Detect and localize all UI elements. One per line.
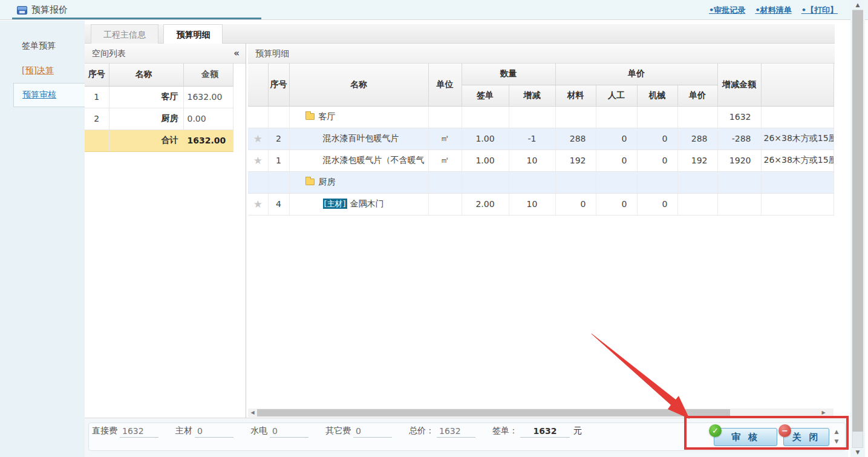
detail-group-row[interactable]: 厨房 <box>248 171 834 193</box>
space-total-empty <box>85 130 109 151</box>
group-name-text: 厨房 <box>319 177 336 186</box>
space-row-seq: 2 <box>85 108 109 130</box>
direct-fee-label: 直接费 <box>92 426 117 438</box>
horizontal-scrollbar-thumb[interactable] <box>257 409 730 416</box>
cell-item-name: 混水漆百叶包暖气片 <box>289 128 428 150</box>
cell-item-name: [主材]金隅木门 <box>289 193 428 215</box>
approval-record-link[interactable]: •审批记录 <box>709 5 745 16</box>
cell-item-name: 混水漆包暖气片（不含暖气 <box>289 150 428 171</box>
cell-unit-price: 192 <box>677 150 717 171</box>
signed-label: 签单： <box>492 426 518 438</box>
cell-material: 192 <box>555 150 596 171</box>
space-row[interactable]: 2 厨房 0.00 <box>85 108 233 130</box>
scroll-left-arrow[interactable]: ◀ <box>249 409 256 417</box>
cell-note: 26×38木方或15厘木 <box>761 128 834 150</box>
cell-material: 288 <box>555 128 596 150</box>
sidebar-item-signed-budget[interactable]: 签单预算 <box>22 33 85 58</box>
total-price-field[interactable]: 1632 <box>437 426 475 438</box>
col-material: 材料 <box>555 85 596 106</box>
check-circle-icon: ✓ <box>709 424 722 437</box>
detail-group-row[interactable]: 客厅 1632 <box>248 106 834 128</box>
col-unit-price: 单价 <box>677 85 717 106</box>
water-electric-field[interactable]: 0 <box>270 426 308 438</box>
scroll-up-arrow[interactable]: ▲ <box>850 1 865 9</box>
space-list-title: 空间列表 <box>92 48 126 58</box>
scroll-right-arrow[interactable]: ▶ <box>820 409 827 417</box>
title-underline <box>12 18 261 19</box>
col-qty-adj: 增减 <box>509 85 555 106</box>
cell-qty-sign: 2.00 <box>462 193 509 215</box>
star-icon[interactable]: ★ <box>253 133 263 145</box>
cell-labor: 0 <box>596 128 637 150</box>
collapse-icon[interactable]: « <box>233 44 240 64</box>
col-seq: 序号 <box>85 64 109 86</box>
report-icon <box>17 6 27 15</box>
cell-star <box>248 106 268 128</box>
group-name-text: 客厅 <box>319 111 336 121</box>
cell-star: ★ <box>248 128 268 150</box>
audit-button[interactable]: 审 核 <box>714 428 777 446</box>
space-list-header: 空间列表 « <box>85 44 246 64</box>
sidebar-item-budget-audit[interactable]: 预算审核 <box>13 83 85 107</box>
horizontal-scrollbar[interactable]: ◀ ▶ <box>248 409 834 417</box>
cell-seq: 2 <box>268 128 289 150</box>
scroll-down-arrow[interactable]: ▼ <box>850 448 865 456</box>
signed-field[interactable]: 1632 <box>520 426 570 438</box>
spinner-up-icon[interactable]: ▲ <box>832 427 841 436</box>
page-title: 预算报价 <box>17 4 68 16</box>
cell-group-name: 客厅 <box>289 106 428 128</box>
cell-machine: 0 <box>637 128 677 150</box>
space-row[interactable]: 1 客厅 1632.00 <box>85 86 233 108</box>
cell-machine: 0 <box>637 193 677 215</box>
cell-labor: 0 <box>596 193 637 215</box>
star-icon[interactable]: ★ <box>253 198 263 210</box>
star-icon[interactable]: ★ <box>253 154 263 166</box>
yuan-suffix: 元 <box>573 426 582 438</box>
spinner-down-icon[interactable]: ▼ <box>832 436 841 446</box>
minus-circle-icon: − <box>778 424 791 437</box>
budget-detail-table: 序号 名称 单位 数量 单价 增减金额 签单 增减 材料 人工 机械 单价 <box>248 64 834 215</box>
main-material-badge: [主材] <box>323 199 347 209</box>
col-group-price: 单价 <box>555 64 717 85</box>
cell-seq: 4 <box>268 193 289 215</box>
cell-star: ★ <box>248 150 268 171</box>
space-table: 序号 名称 金额 1 客厅 1632.00 2 厨房 0.00 <box>85 64 233 152</box>
space-total-row: 合计 1632.00 <box>85 130 233 151</box>
cell-seq: 1 <box>268 150 289 171</box>
col-group-qty: 数量 <box>462 64 555 85</box>
col-name: 名称 <box>109 64 183 86</box>
other-fee-field[interactable]: 0 <box>353 426 392 438</box>
space-total-amount: 1632.00 <box>183 130 233 151</box>
main-material-field[interactable]: 0 <box>195 426 233 438</box>
space-table-header-row: 序号 名称 金额 <box>85 64 233 86</box>
space-total-label: 合计 <box>109 130 183 151</box>
detail-item-row[interactable]: ★ 2 混水漆百叶包暖气片 ㎡ 1.00 -1 288 0 0 288 -288… <box>248 128 834 150</box>
tab-project-info[interactable]: 工程主信息 <box>91 24 158 44</box>
other-fee-label: 其它费 <box>325 426 351 438</box>
material-list-link[interactable]: •材料清单 <box>755 5 791 16</box>
detail-item-row[interactable]: ★ 4 [主材]金隅木门 2.00 10 0 0 0 <box>248 193 834 215</box>
space-row-name: 客厅 <box>109 86 183 108</box>
cell-seq <box>268 171 289 193</box>
cell-adj-amount: 1920 <box>717 150 761 171</box>
print-link[interactable]: •【打印】 <box>801 5 838 16</box>
col-unit: 单位 <box>428 64 462 106</box>
vertical-scrollbar-thumb[interactable] <box>852 10 863 432</box>
space-row-amount: 1632.00 <box>183 86 233 108</box>
detail-item-row[interactable]: ★ 1 混水漆包暖气片（不含暖气 ㎡ 1.00 10 192 0 0 192 1… <box>248 150 834 171</box>
vertical-scrollbar[interactable]: ▲ ▼ <box>850 0 865 457</box>
col-name: 名称 <box>289 64 428 106</box>
button-spinner: ▲ ▼ <box>832 427 841 447</box>
tab-budget-detail[interactable]: 预算明细 <box>163 24 223 44</box>
space-row-amount: 0.00 <box>183 108 233 130</box>
cell-material: 0 <box>555 193 596 215</box>
sidebar-item-pre-settlement[interactable]: [预]决算 <box>22 58 85 83</box>
water-electric-label: 水电 <box>250 426 267 438</box>
direct-fee-field[interactable]: 1632 <box>120 426 158 438</box>
footer-bar: 直接费 1632 主材 0 水电 0 其它费 0 总价： 1632 签单： 16… <box>85 418 848 457</box>
total-price-label: 总价： <box>409 426 434 438</box>
sidebar-item-budget-audit-label: 预算审核 <box>22 90 56 100</box>
cell-adj-amount: 1632 <box>717 106 761 128</box>
cell-labor: 0 <box>596 150 637 171</box>
space-row-seq: 1 <box>85 86 109 108</box>
